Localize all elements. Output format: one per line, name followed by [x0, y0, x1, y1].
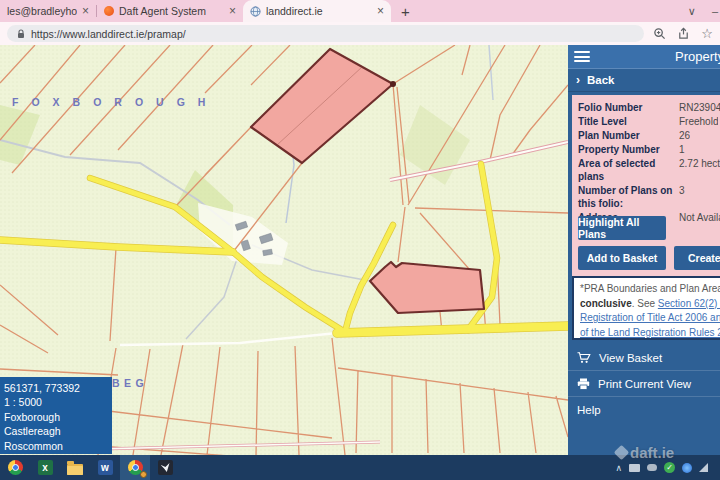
detail-label: Area of selected plans [578, 157, 679, 183]
map-info-box: 561371, 773392 1 : 5000 Foxborough Castl… [0, 377, 112, 454]
detail-value: RN23904 [679, 101, 720, 114]
info-scale: 1 : 5000 [4, 395, 112, 409]
detail-label: Property Number [578, 143, 679, 156]
disclaimer-bold: conclusive [580, 298, 632, 309]
add-to-basket-button[interactable]: Add to Basket [578, 246, 666, 270]
tab-title: les@bradleyhomes.ie [7, 5, 77, 17]
browser-toolbar: https://www.landdirect.ie/pramap/ ☆ [0, 22, 720, 45]
daft-favicon [104, 6, 114, 16]
daft-watermark: daft.ie [616, 444, 674, 461]
detail-value: 26 [679, 129, 690, 142]
sidebar-header: Property [568, 45, 720, 69]
share-icon[interactable] [677, 27, 690, 40]
word-icon: w [98, 460, 113, 475]
taskbar-excel[interactable]: x [30, 455, 60, 480]
detail-row: Folio Number RN23904 [578, 101, 720, 114]
system-tray: ∧ ✓ [615, 462, 720, 473]
antivirus-shield-icon[interactable]: ✓ [664, 462, 675, 473]
printer-icon [577, 378, 590, 390]
lock-badge-icon [140, 471, 147, 478]
folio-details-panel: Folio Number RN23904 Title Level Freehol… [572, 95, 720, 276]
device-icon[interactable] [629, 464, 640, 472]
help-menu-item[interactable]: Help [568, 397, 720, 422]
back-label: Back [587, 74, 615, 86]
tab-close-icon[interactable]: × [229, 5, 236, 17]
tab-close-icon[interactable]: × [377, 5, 384, 17]
menu-label: View Basket [599, 352, 662, 364]
folder-icon [67, 464, 83, 475]
url-input[interactable]: https://www.landdirect.ie/pramap/ [7, 25, 644, 42]
excel-icon: x [38, 460, 53, 475]
tab-search-chevron-icon[interactable]: ∨ [688, 5, 696, 18]
highlight-all-plans-button[interactable]: Highlight All Plans [578, 216, 666, 240]
hamburger-menu-icon[interactable] [574, 51, 590, 62]
info-coordinates: 561371, 773392 [4, 381, 112, 395]
minimize-button[interactable]: – [712, 5, 718, 17]
tab-close-icon[interactable]: × [82, 5, 89, 17]
detail-row: Title Level Freehold [578, 115, 720, 128]
print-current-view-menu-item[interactable]: Print Current View [568, 371, 720, 397]
menu-label: Help [577, 404, 601, 416]
tab-title: landdirect.ie [266, 5, 372, 17]
lock-icon [17, 29, 25, 39]
property-sidebar: Property › Back Folio Number RN23904 Tit… [568, 45, 720, 455]
taskbar-word[interactable]: w [90, 455, 120, 480]
tab-daft-agent-system[interactable]: Daft Agent System × [97, 0, 243, 22]
detail-row: Area of selected plans 2.72 hectares [578, 157, 720, 183]
disclaimer-text: *PRA Boundaries and Plan Area [580, 283, 720, 294]
network-icon[interactable] [699, 463, 708, 472]
tab-bradleyhomes[interactable]: les@bradleyhomes.ie × [0, 0, 96, 22]
detail-value: Freehold [679, 115, 718, 128]
boundary-junction [390, 81, 396, 87]
tray-expand-chevron[interactable]: ∧ [615, 463, 622, 473]
daft-gem-icon [614, 445, 630, 461]
zoom-icon[interactable] [653, 27, 666, 40]
url-text: https://www.landdirect.ie/pramap/ [31, 28, 186, 40]
townland-label-beg: BEG [112, 377, 148, 389]
detail-label: Plan Number [578, 129, 679, 142]
registration-act-link[interactable]: Registration of Title Act 2006 and [580, 312, 720, 323]
detail-label: Title Level [578, 115, 679, 128]
detail-value: 3 [679, 184, 685, 210]
bird-app-icon [158, 460, 173, 475]
detail-value: 1 [679, 143, 685, 156]
cloud-icon[interactable] [647, 464, 657, 471]
tab-landdirect-active[interactable]: landdirect.ie × [243, 0, 391, 22]
section-62-link[interactable]: Section 62(2) of [658, 298, 720, 309]
globe-favicon [250, 6, 261, 17]
detail-label: Folio Number [578, 101, 679, 114]
menu-label: Print Current View [598, 378, 691, 390]
detail-row: Property Number 1 [578, 143, 720, 156]
watermark-text: daft.ie [630, 444, 674, 461]
bluetooth-icon[interactable] [682, 463, 692, 473]
taskbar-app-dark[interactable] [150, 455, 180, 480]
detail-value: Not Available [679, 211, 720, 224]
detail-label: Number of Plans on this folio: [578, 184, 679, 210]
windows-taskbar: x w ∧ ✓ [0, 455, 720, 480]
info-townland: Foxborough [4, 410, 112, 424]
basket-cart-icon [577, 352, 591, 364]
disclaimer-text: . See [632, 298, 658, 309]
pra-disclaimer-panel: *PRA Boundaries and Plan Area are not co… [572, 276, 720, 340]
sidebar-menu: View Basket Print Current View Help [568, 345, 720, 422]
chevron-right-icon: › [576, 73, 580, 87]
detail-row: Number of Plans on this folio: 3 [578, 184, 720, 210]
sidebar-title: Property [675, 49, 720, 64]
tab-title: Daft Agent System [119, 5, 224, 17]
back-button[interactable]: › Back [568, 69, 720, 92]
view-basket-menu-item[interactable]: View Basket [568, 345, 720, 371]
land-registration-rules-link[interactable]: of the Land Registration Rules 2012 [580, 327, 720, 338]
taskbar-chrome-active[interactable] [120, 455, 150, 480]
info-county: Roscommon [4, 439, 112, 453]
info-barony: Castlereagh [4, 424, 112, 438]
taskbar-file-explorer[interactable] [60, 455, 90, 480]
chrome-icon [8, 460, 23, 475]
bookmark-star-icon[interactable]: ☆ [701, 27, 713, 40]
detail-row: Plan Number 26 [578, 129, 720, 142]
browser-tab-strip: les@bradleyhomes.ie × Daft Agent System … [0, 0, 720, 22]
create-button[interactable]: Create [674, 246, 720, 270]
new-tab-button[interactable]: + [401, 3, 410, 20]
townland-label-foxborough: FOXBOROUGH [12, 96, 218, 108]
detail-value: 2.72 hectares [679, 157, 720, 183]
taskbar-chrome[interactable] [0, 455, 30, 480]
